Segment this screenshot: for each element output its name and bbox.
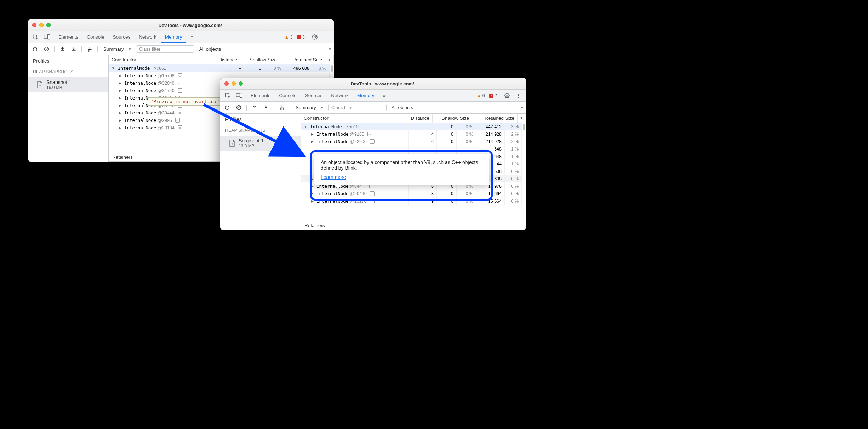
svg-line-5 xyxy=(45,47,48,50)
object-id: @20134 xyxy=(158,125,174,130)
errors-badge[interactable]: !3 xyxy=(297,34,305,40)
col-distance[interactable]: Distance xyxy=(404,114,433,123)
settings-icon[interactable] xyxy=(310,33,320,42)
tab-memory[interactable]: Memory xyxy=(161,32,186,43)
tab-console[interactable]: Console xyxy=(83,32,108,43)
col-distance[interactable]: Distance xyxy=(212,55,240,64)
window-title: DevTools - www.google.com/ xyxy=(51,23,330,28)
record-icon[interactable] xyxy=(30,45,40,54)
shallow-size-cell: 0 xyxy=(437,123,457,130)
constructor-name: InternalNode xyxy=(124,118,156,123)
constructor-name: InternalNode xyxy=(118,66,150,71)
retained-pct-cell: 0 % xyxy=(505,168,522,175)
object-row[interactable]: ▶InternalNode @9166▭400 %214 9282 % xyxy=(301,130,522,138)
warning-count: 3 xyxy=(290,34,293,40)
download-icon[interactable] xyxy=(69,45,79,54)
expand-icon: ▶ xyxy=(119,111,121,115)
separator xyxy=(54,46,55,52)
settings-icon[interactable] xyxy=(502,91,512,100)
tab-network[interactable]: Network xyxy=(327,90,352,101)
constructor-group-row[interactable]: ▼InternalNode ×5010 – 0 0 % 447 412 3 % xyxy=(301,123,522,130)
col-retained-size[interactable]: Retained Size xyxy=(280,55,325,64)
object-row[interactable]: ▶InternalNode @22900▭600 %214 9282 % xyxy=(301,138,522,145)
minimize-icon[interactable] xyxy=(232,81,236,86)
shallow-size-cell: 0 xyxy=(245,64,264,72)
traffic-lights xyxy=(32,23,51,27)
retained-size-cell: 486 608 xyxy=(284,64,313,72)
sort-arrow[interactable]: ▼ xyxy=(325,55,334,64)
maximize-icon[interactable] xyxy=(239,81,243,86)
snapshot-meta: Snapshot 1 16.0 MB xyxy=(46,79,72,90)
tab-network[interactable]: Network xyxy=(135,32,160,43)
title-bar[interactable]: DevTools - www.google.com/ xyxy=(28,19,334,31)
object-id: @32040 xyxy=(158,81,174,86)
retained-pct-cell: 1 % xyxy=(505,153,522,160)
scrollbar-thumb[interactable] xyxy=(523,124,525,130)
heap-snapshots-heading: HEAP SNAPSHOTS xyxy=(28,67,108,77)
element-icon: ▭ xyxy=(178,88,182,93)
svg-rect-2 xyxy=(48,35,50,39)
multiplier: ×7851 xyxy=(154,66,166,71)
retained-pct-cell: 0 % xyxy=(505,197,522,205)
errors-badge[interactable]: ×2 xyxy=(489,93,497,98)
clear-icon[interactable] xyxy=(41,45,51,54)
chevron-down-icon: ▼ xyxy=(320,106,324,109)
svg-line-14 xyxy=(204,105,301,154)
class-filter-input[interactable]: Class filter xyxy=(136,45,194,53)
separator xyxy=(81,46,82,52)
expand-icon: ▶ xyxy=(119,103,121,107)
tab-sources[interactable]: Sources xyxy=(109,32,134,43)
expand-icon: ▶ xyxy=(119,96,121,100)
title-bar[interactable]: DevTools - www.google.com/ xyxy=(220,78,526,90)
object-filter-dropdown[interactable]: All objects xyxy=(199,46,327,52)
profiles-heading: Profiles xyxy=(28,55,108,67)
shallow-pct-cell: 0 % xyxy=(457,130,476,138)
tab-memory[interactable]: Memory xyxy=(354,90,378,101)
retained-pct-cell: 1 % xyxy=(505,160,522,168)
col-shallow-size[interactable]: Shallow Size xyxy=(240,55,280,64)
warnings-badge[interactable]: ▲6 xyxy=(477,93,485,98)
close-icon[interactable] xyxy=(224,81,229,86)
snapshot-item[interactable]: % Snapshot 1 16.0 MB xyxy=(28,77,108,92)
collect-garbage-icon[interactable] xyxy=(85,45,95,54)
kebab-menu-icon[interactable]: ⋮ xyxy=(321,33,331,42)
expand-icon: ▶ xyxy=(119,74,121,78)
snapshot-icon: % xyxy=(36,81,43,88)
scrollbar-thumb[interactable] xyxy=(331,65,333,72)
object-filter-dropdown[interactable]: All objects xyxy=(392,105,519,110)
minimize-icon[interactable] xyxy=(39,23,44,27)
sort-arrow[interactable]: ▼ xyxy=(518,114,526,123)
retained-pct-cell: 0 % xyxy=(505,190,522,197)
separator xyxy=(97,46,98,52)
shallow-pct-cell: 0 % xyxy=(457,123,476,130)
class-filter-input[interactable]: Class filter xyxy=(328,104,387,111)
more-tabs-icon[interactable]: » xyxy=(379,91,389,100)
col-retained-size[interactable]: Retained Size xyxy=(472,114,518,123)
maximize-icon[interactable] xyxy=(46,23,51,27)
view-dropdown[interactable]: Summary ▼ xyxy=(101,46,135,52)
traffic-lights xyxy=(224,81,243,86)
retainers-header[interactable]: Retainers xyxy=(301,221,526,230)
retained-size-cell: 214 928 xyxy=(476,130,505,138)
more-tabs-icon[interactable]: » xyxy=(187,33,197,42)
close-icon[interactable] xyxy=(32,23,36,27)
all-objects-label: All objects xyxy=(392,105,413,110)
warnings-badge[interactable]: ▲3 xyxy=(285,34,293,40)
retained-pct-cell: 1 % xyxy=(505,145,522,153)
kebab-menu-icon[interactable]: ⋮ xyxy=(513,91,523,100)
expand-icon: ▶ xyxy=(119,118,121,122)
scrollbar[interactable] xyxy=(522,123,526,221)
device-toolbar-icon[interactable] xyxy=(42,33,52,42)
upload-icon[interactable] xyxy=(57,45,67,54)
view-label: Summary xyxy=(103,46,124,52)
col-constructor[interactable]: Constructor xyxy=(109,55,212,64)
constructor-name: InternalNode xyxy=(124,125,156,130)
tab-elements[interactable]: Elements xyxy=(55,32,82,43)
constructor-group-row[interactable]: ▼InternalNode ×7851 – 0 0 % 486 608 3 % xyxy=(109,64,330,72)
retained-pct-cell: 3 % xyxy=(313,64,330,72)
svg-point-3 xyxy=(33,47,37,51)
col-shallow-size[interactable]: Shallow Size xyxy=(433,114,472,123)
inspect-icon[interactable] xyxy=(31,33,41,42)
distance-cell: 6 xyxy=(409,138,437,145)
expand-icon: ▶ xyxy=(119,126,121,130)
